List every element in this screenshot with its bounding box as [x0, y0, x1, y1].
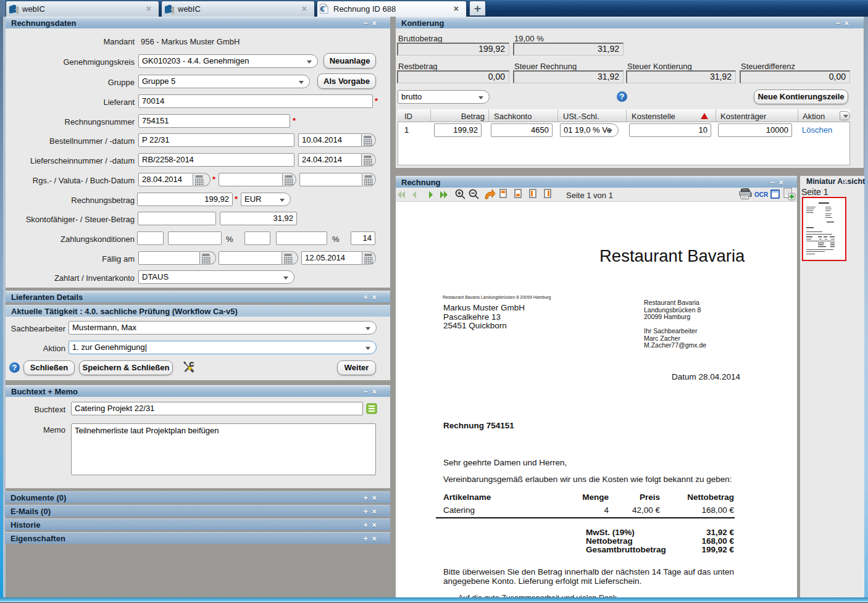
svg-text:€: € — [320, 4, 325, 14]
